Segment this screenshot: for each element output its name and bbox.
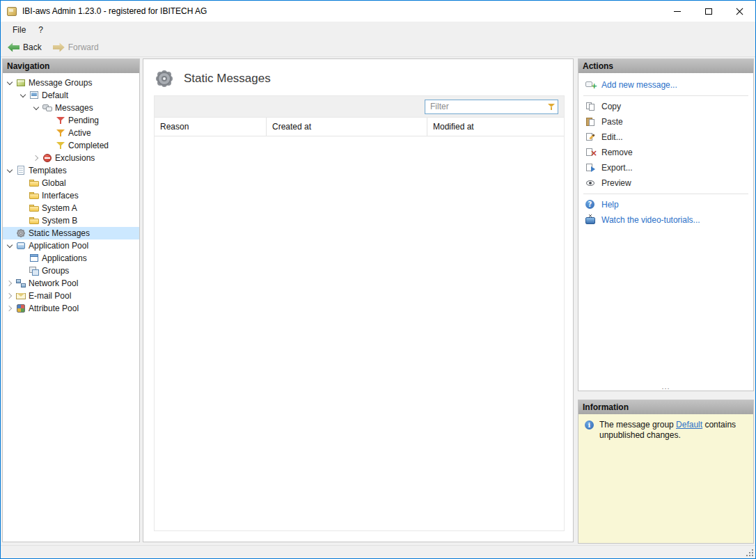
filter-input[interactable] (425, 100, 558, 114)
tree-item-static-messages[interactable]: Static Messages (3, 227, 139, 239)
chevron-expanded-icon[interactable] (4, 240, 15, 251)
action-label: Paste (601, 117, 623, 127)
action-remove[interactable]: Remove (578, 145, 753, 160)
network-pool-icon (15, 278, 26, 289)
minimize-button[interactable] (661, 1, 693, 22)
actions-separator (583, 194, 748, 194)
messages-table: ReasonCreated atModified at (154, 95, 565, 531)
table-body (155, 136, 564, 530)
action-label: Add new message... (601, 80, 677, 90)
back-arrow-icon (8, 42, 19, 53)
funnel-active-icon (55, 127, 66, 139)
menu-item-help[interactable]: ? (32, 23, 49, 37)
tree-item-label: Static Messages (29, 228, 90, 238)
column-header-created-at[interactable]: Created at (267, 118, 427, 136)
back-button[interactable]: Back (8, 42, 42, 53)
filter-funnel-icon[interactable] (546, 101, 557, 112)
menu-bar: File ? (1, 22, 755, 38)
panel-splitter-handle[interactable]: ... (578, 383, 753, 390)
chevron-collapsed-icon[interactable] (4, 290, 15, 301)
resize-grip[interactable] (746, 549, 754, 557)
chevron-spacer (44, 140, 55, 151)
app-window: IBI-aws Admin 1.23.0 - registered for IB… (0, 0, 756, 559)
tree-item-system-a[interactable]: System A (3, 202, 139, 214)
tree-item-exclusions[interactable]: Exclusions (3, 152, 139, 164)
window-title: IBI-aws Admin 1.23.0 - registered for IB… (22, 6, 661, 16)
close-button[interactable] (724, 1, 755, 22)
page-header: Static Messages (143, 59, 573, 93)
templates-icon (15, 165, 26, 176)
information-text: The message group Default contains unpub… (599, 420, 748, 441)
action-label: Preview (601, 178, 631, 188)
tree-item-default[interactable]: Default (3, 89, 139, 102)
actions-panel-header: Actions (578, 59, 753, 73)
help-icon (585, 199, 596, 210)
folder-icon (29, 203, 40, 214)
action-watch-the-video-tutorials[interactable]: Watch the video-tutorials... (578, 212, 753, 228)
tree-item-application-pool[interactable]: Application Pool (3, 239, 139, 252)
tree-item-network-pool[interactable]: Network Pool (3, 277, 139, 290)
tree-item-global[interactable]: Global (3, 177, 139, 189)
tree-item-templates[interactable]: Templates (3, 164, 139, 177)
close-icon (735, 7, 744, 16)
action-export[interactable]: Export... (578, 160, 753, 175)
email-pool-icon (15, 290, 26, 301)
funnel-pending-icon (55, 115, 66, 126)
tree-item-pending[interactable]: Pending (3, 114, 139, 127)
tree-item-e-mail-pool[interactable]: E-mail Pool (3, 290, 139, 302)
tree-item-messages[interactable]: Messages (3, 102, 139, 114)
navigation-panel-header: Navigation (3, 59, 139, 73)
action-label: Export... (601, 163, 633, 173)
action-label: Edit... (601, 132, 623, 142)
tree-item-message-groups[interactable]: Message Groups (3, 77, 139, 89)
maximize-icon (705, 8, 712, 15)
chevron-expanded-icon[interactable] (31, 102, 42, 113)
action-add-new-message[interactable]: Add new message... (578, 77, 753, 93)
default-group-icon (29, 90, 40, 101)
tree-item-attribute-pool[interactable]: Attribute Pool (3, 302, 139, 315)
action-copy[interactable]: Copy (578, 99, 753, 114)
tree-item-label: Pending (68, 116, 99, 125)
content-area: Navigation Message GroupsDefaultMessages… (1, 57, 755, 545)
menu-item-file[interactable]: File (6, 23, 32, 37)
maximize-button[interactable] (693, 1, 724, 22)
chevron-expanded-icon[interactable] (17, 90, 29, 101)
chevron-expanded-icon[interactable] (4, 165, 15, 176)
tree-item-label: Active (68, 128, 91, 138)
tree-item-system-b[interactable]: System B (3, 214, 139, 227)
folder-icon (29, 215, 40, 226)
static-messages-icon (15, 228, 26, 239)
column-header-modified-at[interactable]: Modified at (427, 118, 564, 136)
default-group-link[interactable]: Default (676, 420, 702, 430)
tree-item-completed[interactable]: Completed (3, 139, 139, 152)
column-header-reason[interactable]: Reason (155, 118, 267, 136)
panel-splitter[interactable] (578, 391, 754, 400)
filter-box (425, 100, 558, 114)
paste-icon (585, 116, 596, 127)
chevron-spacer (17, 265, 29, 276)
filter-strip (155, 96, 564, 118)
tree-item-label: Message Groups (29, 78, 92, 88)
action-edit[interactable]: Edit... (578, 129, 753, 145)
add-message-icon (585, 79, 596, 90)
action-preview[interactable]: Preview (578, 175, 753, 191)
table-header-row: ReasonCreated atModified at (155, 118, 564, 136)
chevron-collapsed-icon[interactable] (4, 303, 15, 314)
app-icon (6, 6, 17, 17)
chevron-collapsed-icon[interactable] (31, 152, 42, 164)
tree-item-active[interactable]: Active (3, 127, 139, 139)
tree-item-label: Attribute Pool (29, 304, 79, 313)
chevron-collapsed-icon[interactable] (4, 278, 15, 289)
edit-icon (585, 132, 596, 143)
chevron-expanded-icon[interactable] (4, 77, 15, 88)
actions-panel: Actions Add new message...CopyPasteEdit.… (578, 58, 754, 391)
forward-button[interactable]: Forward (53, 42, 99, 53)
message-groups-icon (15, 77, 26, 88)
tree-item-label: Templates (29, 166, 67, 175)
folder-icon (29, 190, 40, 201)
tree-item-applications[interactable]: Applications (3, 252, 139, 265)
action-paste[interactable]: Paste (578, 114, 753, 129)
action-help[interactable]: Help (578, 197, 753, 212)
tree-item-groups[interactable]: Groups (3, 265, 139, 277)
tree-item-interfaces[interactable]: Interfaces (3, 189, 139, 202)
